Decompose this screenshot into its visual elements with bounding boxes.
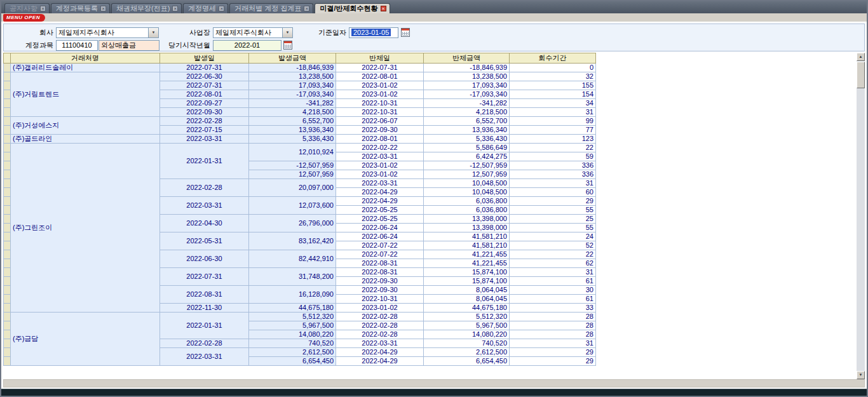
settle-amount-cell[interactable]: 8,064,045 [424,295,510,304]
collection-period-cell[interactable]: 22 [510,250,596,259]
settle-date-cell[interactable]: 2023-01-02 [336,304,424,313]
settle-date-cell[interactable]: 2022-04-29 [336,188,424,197]
occur-amount-cell[interactable]: 83,162,420 [249,232,336,250]
row-selector[interactable] [4,224,11,232]
occur-date-cell[interactable]: 2022-02-28 [160,179,249,197]
row-selector[interactable] [4,232,11,241]
collection-period-cell[interactable]: 55 [510,224,596,232]
settle-amount-cell[interactable]: 44,675,180 [424,304,510,313]
collection-period-cell[interactable]: 31 [510,268,596,277]
collection-period-cell[interactable]: 28 [510,313,596,321]
settle-date-cell[interactable]: 2023-01-02 [336,170,424,179]
collection-period-cell[interactable]: 22 [510,144,596,152]
horizontal-scrollbar[interactable] [3,379,865,387]
vertical-scrollbar[interactable]: ▲ ▼ [857,53,865,379]
settle-date-cell[interactable]: 2022-04-29 [336,348,424,357]
settle-amount-cell[interactable]: -17,093,340 [424,90,510,99]
column-header[interactable]: 발생일 [160,53,249,64]
occur-amount-cell[interactable]: 20,097,000 [249,179,336,197]
settle-amount-cell[interactable]: 41,581,210 [424,232,510,241]
settle-date-cell[interactable]: 2022-09-30 [336,286,424,295]
occur-date-cell[interactable]: 2022-08-01 [160,90,249,99]
tab-6[interactable]: 미결/반제회수현황× [315,3,390,13]
column-header[interactable]: 회수기간 [510,53,596,64]
collection-period-cell[interactable]: 123 [510,135,596,144]
settle-amount-cell[interactable]: 41,221,455 [424,250,510,259]
settle-date-cell[interactable]: 2022-08-31 [336,259,424,268]
scroll-down-icon[interactable]: ▼ [857,371,865,379]
settle-amount-cell[interactable]: 15,874,100 [424,277,510,286]
occur-amount-cell[interactable]: 44,675,180 [249,304,336,313]
calendar-icon[interactable] [283,41,292,50]
settle-date-cell[interactable]: 2022-06-24 [336,224,424,232]
collection-period-cell[interactable]: 24 [510,232,596,241]
tab-close-icon[interactable]: × [219,6,224,11]
collection-period-cell[interactable]: 30 [510,286,596,295]
settle-amount-cell[interactable]: -12,507,959 [424,161,510,170]
occur-amount-cell[interactable]: 17,093,340 [249,81,336,90]
row-selector[interactable] [4,126,11,135]
settle-amount-cell[interactable]: 14,080,220 [424,330,510,339]
row-selector[interactable] [4,117,11,126]
settle-date-cell[interactable]: 2022-10-31 [336,295,424,304]
row-selector[interactable] [4,304,11,313]
settle-amount-cell[interactable]: -341,282 [424,99,510,108]
occur-date-cell[interactable]: 2022-09-27 [160,99,249,108]
collection-period-cell[interactable]: 61 [510,295,596,304]
customer-cell[interactable]: (주)골드라인 [11,135,160,144]
collection-period-cell[interactable]: 336 [510,170,596,179]
tab-close-icon[interactable]: × [40,6,46,11]
occur-date-cell[interactable]: 2022-01-31 [160,144,249,179]
settle-date-cell[interactable]: 2022-02-28 [336,313,424,321]
row-selector[interactable] [4,152,11,161]
settle-date-cell[interactable]: 2022-10-31 [336,99,424,108]
occur-date-cell[interactable]: 2022-07-31 [160,64,249,72]
row-selector[interactable] [4,108,11,117]
occur-amount-cell[interactable]: 12,507,959 [249,170,336,179]
settle-date-cell[interactable]: 2022-04-29 [336,197,424,206]
tab-close-icon[interactable]: × [100,6,106,11]
collection-period-cell[interactable]: 28 [510,321,596,330]
collection-period-cell[interactable]: 61 [510,277,596,286]
settle-amount-cell[interactable]: 13,936,340 [424,126,510,135]
occur-date-cell[interactable]: 2022-07-31 [160,81,249,90]
row-selector[interactable] [4,90,11,99]
settle-date-cell[interactable]: 2022-05-25 [336,206,424,215]
settle-date-cell[interactable]: 2022-02-28 [336,321,424,330]
occur-date-cell[interactable]: 2022-02-28 [160,339,249,348]
occur-date-cell[interactable]: 2022-11-30 [160,304,249,313]
occur-date-cell[interactable]: 2022-05-31 [160,232,249,250]
occur-amount-cell[interactable]: -12,507,959 [249,161,336,170]
collection-period-cell[interactable]: 33 [510,304,596,313]
settle-amount-cell[interactable]: 13,238,500 [424,72,510,81]
settle-amount-cell[interactable]: 15,874,100 [424,268,510,277]
occur-amount-cell[interactable]: 740,520 [249,339,336,348]
row-selector[interactable] [4,313,11,321]
tab-close-icon[interactable]: × [172,6,178,11]
account-code-input[interactable]: 11100410 [56,40,98,51]
occur-amount-cell[interactable]: 26,796,000 [249,215,336,232]
settle-amount-cell[interactable]: 5,336,430 [424,135,510,144]
customer-cell[interactable]: (주)거성에스지 [11,117,160,135]
row-selector[interactable] [4,268,11,277]
settle-date-cell[interactable]: 2022-06-24 [336,232,424,241]
occur-date-cell[interactable]: 2022-04-30 [160,215,249,232]
occur-amount-cell[interactable]: 5,967,500 [249,321,336,330]
row-selector[interactable] [4,321,11,330]
scroll-up-icon[interactable]: ▲ [857,53,865,61]
collection-period-cell[interactable]: 31 [510,339,596,348]
settle-amount-cell[interactable]: 8,064,045 [424,286,510,295]
calendar-icon[interactable] [401,28,410,37]
occur-date-cell[interactable]: 2022-09-30 [160,108,249,117]
collection-period-cell[interactable]: 99 [510,117,596,126]
collection-period-cell[interactable]: 77 [510,126,596,135]
occur-amount-cell[interactable]: 13,238,500 [249,72,336,81]
occur-date-cell[interactable]: 2022-01-31 [160,313,249,339]
occur-date-cell[interactable]: 2022-06-30 [160,72,249,81]
settle-amount-cell[interactable]: 41,581,210 [424,241,510,250]
settle-amount-cell[interactable]: 13,398,000 [424,215,510,224]
settle-amount-cell[interactable]: 13,398,000 [424,224,510,232]
settle-date-cell[interactable]: 2023-01-02 [336,161,424,170]
occur-amount-cell[interactable]: -17,093,340 [249,90,336,99]
settle-amount-cell[interactable]: 41,221,455 [424,259,510,268]
